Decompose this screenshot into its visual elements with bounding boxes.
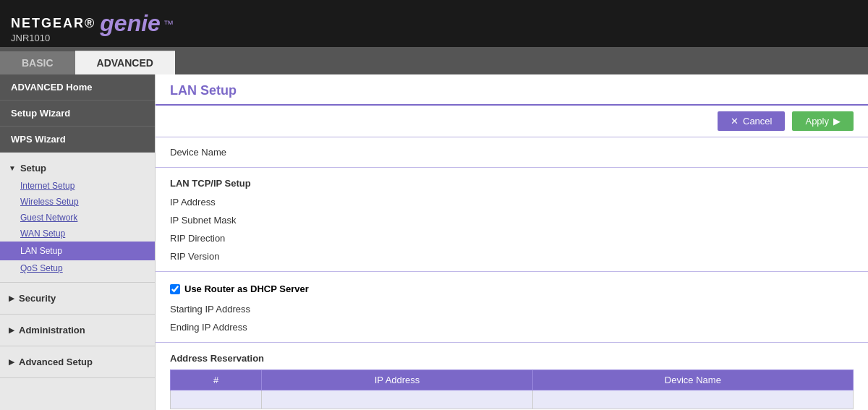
tab-basic[interactable]: BASIC — [0, 51, 75, 74]
sidebar-section-security: ▶ Security — [0, 283, 155, 315]
apply-label: Apply — [805, 116, 829, 127]
dhcp-checkbox[interactable] — [170, 284, 180, 294]
arrow-right-apply-icon: ▶ — [833, 116, 841, 127]
sidebar-btn-wps-wizard[interactable]: WPS Wizard — [0, 127, 155, 153]
action-bar: ✕ Cancel Apply ▶ — [156, 106, 868, 137]
empty-cell-2 — [262, 390, 532, 409]
col-number: # — [171, 370, 262, 390]
sidebar-section-header-setup[interactable]: ▼ Setup — [0, 158, 155, 178]
arrow-right-icon-3: ▶ — [9, 358, 14, 366]
lan-tcpip-section: LAN TCP/IP Setup IP Address IP Subnet Ma… — [156, 168, 868, 272]
sidebar-section-label-security: Security — [19, 293, 56, 304]
brand-genie: genie — [100, 10, 161, 37]
sidebar-section-header-security[interactable]: ▶ Security — [0, 289, 155, 308]
main-layout: ADVANCED Home Setup Wizard WPS Wizard ▼ … — [0, 74, 868, 410]
page-title: LAN Setup — [156, 74, 868, 106]
col-ip-address: IP Address — [262, 370, 532, 390]
address-reservation-label: Address Reservation — [170, 349, 854, 370]
empty-cell-3 — [532, 390, 853, 409]
reservation-table: # IP Address Device Name — [170, 370, 854, 409]
sidebar-btn-setup-wizard[interactable]: Setup Wizard — [0, 101, 155, 127]
table-empty-row — [171, 390, 854, 409]
model-number: JNR1010 — [11, 33, 50, 43]
ip-subnet-mask-field: IP Subnet Mask — [170, 211, 854, 229]
sidebar-link-guest-network[interactable]: Guest Network — [0, 210, 155, 226]
sidebar: ADVANCED Home Setup Wizard WPS Wizard ▼ … — [0, 74, 156, 410]
device-name-section: Device Name — [156, 137, 868, 168]
sidebar-section-setup: ▼ Setup Internet Setup Wireless Setup Gu… — [0, 153, 155, 283]
sidebar-section-header-advanced-setup[interactable]: ▶ Advanced Setup — [0, 352, 155, 372]
sidebar-btn-advanced-home[interactable]: ADVANCED Home — [0, 74, 155, 101]
sidebar-section-label-advanced-setup: Advanced Setup — [19, 356, 93, 367]
rip-direction-field: RIP Direction — [170, 229, 854, 247]
brand-tm: ™ — [163, 18, 174, 30]
sidebar-section-label-setup: Setup — [20, 163, 46, 174]
tab-advanced[interactable]: ADVANCED — [75, 51, 175, 74]
sidebar-link-wan-setup[interactable]: WAN Setup — [0, 226, 155, 242]
dhcp-section: Use Router as DHCP Server Starting IP Ad… — [156, 272, 868, 343]
arrow-right-icon-2: ▶ — [9, 326, 14, 334]
brand-netgear: NETGEAR® — [11, 16, 95, 31]
sidebar-link-internet-setup[interactable]: Internet Setup — [0, 178, 155, 194]
device-name-label: Device Name — [170, 143, 854, 161]
col-device-name: Device Name — [532, 370, 853, 390]
cancel-label: Cancel — [743, 116, 772, 127]
apply-button[interactable]: Apply ▶ — [792, 111, 854, 131]
rip-version-field: RIP Version — [170, 247, 854, 265]
empty-cell-1 — [171, 390, 262, 409]
table-header-row: # IP Address Device Name — [171, 370, 854, 390]
ip-address-field: IP Address — [170, 193, 854, 211]
ending-ip-field: Ending IP Address — [170, 318, 854, 336]
x-icon: ✕ — [731, 116, 739, 127]
lan-tcpip-label: LAN TCP/IP Setup — [170, 174, 854, 193]
header: NETGEAR® genie ™ — [0, 0, 868, 47]
arrow-right-icon: ▶ — [9, 294, 14, 302]
sidebar-link-qos-setup[interactable]: QoS Setup — [0, 260, 155, 276]
arrow-icon: ▼ — [9, 164, 16, 172]
starting-ip-field: Starting IP Address — [170, 300, 854, 318]
sidebar-section-header-administration[interactable]: ▶ Administration — [0, 320, 155, 340]
main-content: LAN Setup ✕ Cancel Apply ▶ Device Name L… — [156, 74, 868, 410]
tab-bar: BASIC ADVANCED — [0, 47, 868, 74]
sidebar-link-wireless-setup[interactable]: Wireless Setup — [0, 194, 155, 210]
dhcp-label: Use Router as DHCP Server — [184, 283, 309, 294]
cancel-button[interactable]: ✕ Cancel — [718, 111, 785, 131]
sidebar-section-advanced-setup: ▶ Advanced Setup — [0, 346, 155, 378]
sidebar-section-label-administration: Administration — [19, 325, 85, 336]
dhcp-checkbox-row: Use Router as DHCP Server — [170, 278, 854, 300]
sidebar-link-lan-setup[interactable]: LAN Setup — [0, 242, 155, 260]
address-reservation-section: Address Reservation # IP Address Device … — [156, 343, 868, 410]
sidebar-section-administration: ▶ Administration — [0, 315, 155, 346]
